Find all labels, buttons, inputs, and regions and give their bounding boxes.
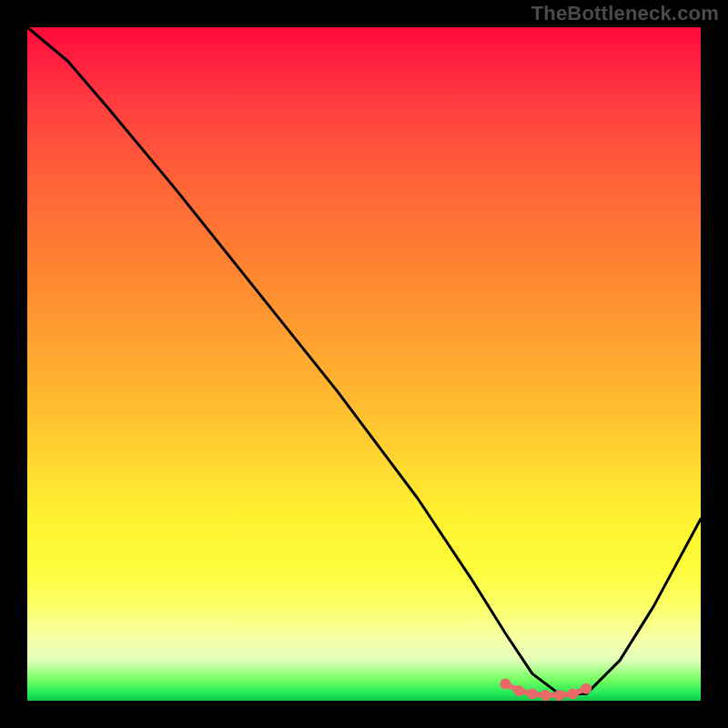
- flat-segment-dot: [527, 689, 538, 700]
- flat-segment-dot: [500, 679, 511, 690]
- flat-segment-dot: [513, 685, 524, 696]
- chart-frame: TheBottleneck.com: [0, 0, 728, 728]
- chart-svg: [0, 0, 728, 728]
- flat-segment-dot: [541, 690, 551, 701]
- curve-line: [27, 27, 701, 694]
- flat-segment-dot: [554, 690, 565, 701]
- flat-segment-dot: [567, 689, 578, 700]
- flat-segment-dot: [581, 683, 592, 694]
